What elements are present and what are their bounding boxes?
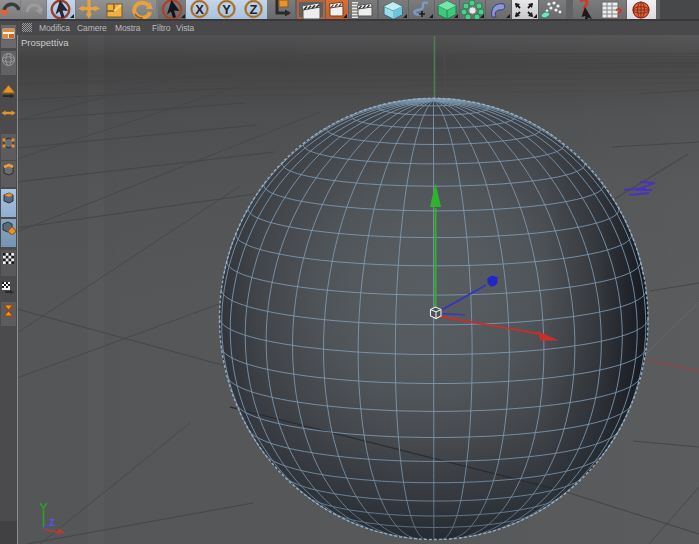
svg-text:Prospettiva: Prospettiva xyxy=(21,37,69,48)
svg-text:Y: Y xyxy=(222,2,231,17)
svg-text:X: X xyxy=(195,2,204,17)
svg-text:Z: Z xyxy=(250,2,258,17)
svg-text:z: z xyxy=(49,515,55,529)
svg-text:?: ? xyxy=(615,5,623,19)
